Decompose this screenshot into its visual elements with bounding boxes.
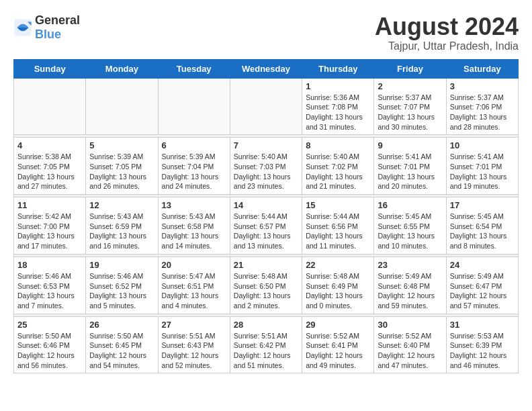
logo: General Blue xyxy=(13,13,80,42)
day-number: 10 xyxy=(450,140,515,150)
calendar-cell: 4Sunrise: 5:38 AM Sunset: 7:05 PM Daylig… xyxy=(14,138,86,195)
day-number: 18 xyxy=(17,260,82,270)
calendar-cell: 17Sunrise: 5:45 AM Sunset: 6:54 PM Dayli… xyxy=(446,197,518,255)
calendar-cell: 24Sunrise: 5:49 AM Sunset: 6:47 PM Dayli… xyxy=(446,257,518,314)
day-info: Sunrise: 5:42 AM Sunset: 7:00 PM Dayligh… xyxy=(17,212,82,251)
location-subtitle: Tajpur, Uttar Pradesh, India xyxy=(375,40,519,52)
day-number: 4 xyxy=(17,140,82,150)
calendar-cell xyxy=(230,78,302,135)
day-info: Sunrise: 5:44 AM Sunset: 6:57 PM Dayligh… xyxy=(234,212,298,251)
calendar-cell: 28Sunrise: 5:51 AM Sunset: 6:42 PM Dayli… xyxy=(230,316,302,373)
calendar-week-row-2: 4Sunrise: 5:38 AM Sunset: 7:05 PM Daylig… xyxy=(14,138,519,195)
day-number: 17 xyxy=(450,200,515,210)
day-number: 13 xyxy=(162,200,226,210)
calendar-cell: 3Sunrise: 5:37 AM Sunset: 7:06 PM Daylig… xyxy=(446,78,518,135)
day-info: Sunrise: 5:48 AM Sunset: 6:49 PM Dayligh… xyxy=(306,271,370,311)
calendar-cell: 10Sunrise: 5:41 AM Sunset: 7:01 PM Dayli… xyxy=(446,138,518,195)
calendar-cell: 25Sunrise: 5:50 AM Sunset: 6:46 PM Dayli… xyxy=(14,316,86,373)
day-info: Sunrise: 5:41 AM Sunset: 7:01 PM Dayligh… xyxy=(378,152,442,191)
day-number: 14 xyxy=(234,200,298,210)
calendar-week-row-4: 18Sunrise: 5:46 AM Sunset: 6:53 PM Dayli… xyxy=(14,257,519,314)
column-header-thursday: Thursday xyxy=(302,59,374,78)
day-info: Sunrise: 5:43 AM Sunset: 6:59 PM Dayligh… xyxy=(89,212,154,251)
day-number: 28 xyxy=(234,320,298,330)
day-info: Sunrise: 5:45 AM Sunset: 6:54 PM Dayligh… xyxy=(450,212,515,251)
day-info: Sunrise: 5:49 AM Sunset: 6:48 PM Dayligh… xyxy=(378,271,442,311)
day-number: 5 xyxy=(89,140,154,150)
calendar-cell: 12Sunrise: 5:43 AM Sunset: 6:59 PM Dayli… xyxy=(86,197,158,255)
calendar-cell: 14Sunrise: 5:44 AM Sunset: 6:57 PM Dayli… xyxy=(230,197,302,255)
title-block: August 2024 Tajpur, Uttar Pradesh, India xyxy=(375,13,519,52)
day-number: 2 xyxy=(378,81,442,91)
calendar-cell: 7Sunrise: 5:40 AM Sunset: 7:03 PM Daylig… xyxy=(230,138,302,195)
month-year-title: August 2024 xyxy=(375,13,519,40)
logo-icon xyxy=(13,18,32,37)
day-info: Sunrise: 5:50 AM Sunset: 6:46 PM Dayligh… xyxy=(17,331,82,371)
day-info: Sunrise: 5:39 AM Sunset: 7:04 PM Dayligh… xyxy=(162,152,226,191)
column-header-saturday: Saturday xyxy=(446,59,518,78)
day-info: Sunrise: 5:37 AM Sunset: 7:07 PM Dayligh… xyxy=(378,93,442,132)
day-info: Sunrise: 5:41 AM Sunset: 7:01 PM Dayligh… xyxy=(450,152,515,191)
calendar-cell: 26Sunrise: 5:50 AM Sunset: 6:45 PM Dayli… xyxy=(86,316,158,373)
calendar-table: SundayMondayTuesdayWednesdayThursdayFrid… xyxy=(13,59,519,374)
day-number: 7 xyxy=(234,140,298,150)
day-info: Sunrise: 5:39 AM Sunset: 7:05 PM Dayligh… xyxy=(89,152,154,191)
day-number: 24 xyxy=(450,260,515,270)
column-header-monday: Monday xyxy=(86,59,158,78)
day-number: 15 xyxy=(306,200,370,210)
calendar-cell: 5Sunrise: 5:39 AM Sunset: 7:05 PM Daylig… xyxy=(86,138,158,195)
day-number: 12 xyxy=(89,200,154,210)
day-number: 22 xyxy=(306,260,370,270)
column-header-wednesday: Wednesday xyxy=(230,59,302,78)
day-number: 23 xyxy=(378,260,442,270)
day-number: 30 xyxy=(378,320,442,330)
day-number: 21 xyxy=(234,260,298,270)
calendar-cell: 31Sunrise: 5:53 AM Sunset: 6:39 PM Dayli… xyxy=(446,316,518,373)
calendar-cell xyxy=(86,78,158,135)
day-info: Sunrise: 5:46 AM Sunset: 6:52 PM Dayligh… xyxy=(89,271,154,311)
calendar-cell: 18Sunrise: 5:46 AM Sunset: 6:53 PM Dayli… xyxy=(14,257,86,314)
day-number: 11 xyxy=(17,200,82,210)
calendar-cell: 20Sunrise: 5:47 AM Sunset: 6:51 PM Dayli… xyxy=(158,257,230,314)
day-info: Sunrise: 5:44 AM Sunset: 6:56 PM Dayligh… xyxy=(306,212,370,251)
calendar-week-row-5: 25Sunrise: 5:50 AM Sunset: 6:46 PM Dayli… xyxy=(14,316,519,373)
calendar-cell: 23Sunrise: 5:49 AM Sunset: 6:48 PM Dayli… xyxy=(374,257,446,314)
day-number: 3 xyxy=(450,81,515,91)
day-number: 29 xyxy=(306,320,370,330)
calendar-cell: 11Sunrise: 5:42 AM Sunset: 7:00 PM Dayli… xyxy=(14,197,86,255)
calendar-cell xyxy=(158,78,230,135)
day-info: Sunrise: 5:43 AM Sunset: 6:58 PM Dayligh… xyxy=(162,212,226,251)
calendar-cell: 22Sunrise: 5:48 AM Sunset: 6:49 PM Dayli… xyxy=(302,257,374,314)
calendar-cell: 30Sunrise: 5:52 AM Sunset: 6:40 PM Dayli… xyxy=(374,316,446,373)
column-header-friday: Friday xyxy=(374,59,446,78)
calendar-header-row: SundayMondayTuesdayWednesdayThursdayFrid… xyxy=(14,59,519,78)
calendar-cell: 6Sunrise: 5:39 AM Sunset: 7:04 PM Daylig… xyxy=(158,138,230,195)
day-number: 1 xyxy=(306,81,370,91)
day-number: 8 xyxy=(306,140,370,150)
day-info: Sunrise: 5:52 AM Sunset: 6:40 PM Dayligh… xyxy=(378,331,442,371)
day-number: 25 xyxy=(17,320,82,330)
day-info: Sunrise: 5:40 AM Sunset: 7:03 PM Dayligh… xyxy=(234,152,298,191)
calendar-cell: 19Sunrise: 5:46 AM Sunset: 6:52 PM Dayli… xyxy=(86,257,158,314)
calendar-cell: 13Sunrise: 5:43 AM Sunset: 6:58 PM Dayli… xyxy=(158,197,230,255)
calendar-cell: 8Sunrise: 5:40 AM Sunset: 7:02 PM Daylig… xyxy=(302,138,374,195)
day-number: 31 xyxy=(450,320,515,330)
day-number: 9 xyxy=(378,140,442,150)
page-header: General Blue August 2024 Tajpur, Uttar P… xyxy=(13,13,519,52)
column-header-sunday: Sunday xyxy=(14,59,86,78)
day-number: 19 xyxy=(89,260,154,270)
calendar-cell: 27Sunrise: 5:51 AM Sunset: 6:43 PM Dayli… xyxy=(158,316,230,373)
day-info: Sunrise: 5:36 AM Sunset: 7:08 PM Dayligh… xyxy=(306,93,370,132)
calendar-week-row-3: 11Sunrise: 5:42 AM Sunset: 7:00 PM Dayli… xyxy=(14,197,519,255)
day-info: Sunrise: 5:38 AM Sunset: 7:05 PM Dayligh… xyxy=(17,152,82,191)
column-header-tuesday: Tuesday xyxy=(158,59,230,78)
day-info: Sunrise: 5:50 AM Sunset: 6:45 PM Dayligh… xyxy=(89,331,154,371)
day-info: Sunrise: 5:49 AM Sunset: 6:47 PM Dayligh… xyxy=(450,271,515,311)
day-info: Sunrise: 5:53 AM Sunset: 6:39 PM Dayligh… xyxy=(450,331,515,371)
calendar-cell: 29Sunrise: 5:52 AM Sunset: 6:41 PM Dayli… xyxy=(302,316,374,373)
calendar-week-row-1: 1Sunrise: 5:36 AM Sunset: 7:08 PM Daylig… xyxy=(14,78,519,135)
day-info: Sunrise: 5:51 AM Sunset: 6:43 PM Dayligh… xyxy=(162,331,226,371)
day-number: 27 xyxy=(162,320,226,330)
calendar-cell: 21Sunrise: 5:48 AM Sunset: 6:50 PM Dayli… xyxy=(230,257,302,314)
day-info: Sunrise: 5:52 AM Sunset: 6:41 PM Dayligh… xyxy=(306,331,370,371)
